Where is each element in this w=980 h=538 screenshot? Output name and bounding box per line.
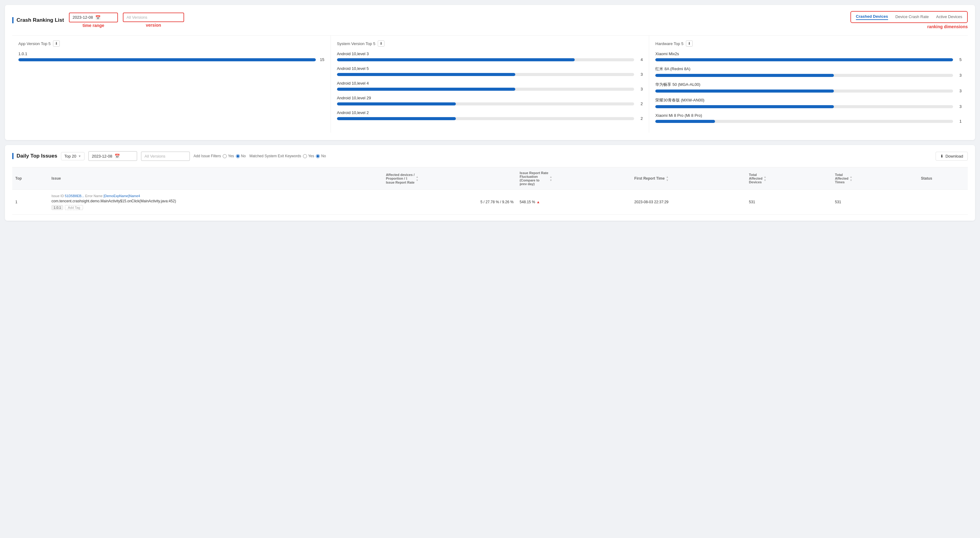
hardware-bars-container: Xiaomi Mix2s 5 红米 8A (Redmi 8A) 3 <box>655 51 962 123</box>
crash-ranking-date-input[interactable]: 2023-12-08 📅 <box>69 13 118 22</box>
add-issue-filters-label: Add Issue Filters <box>194 154 221 158</box>
hw-bar-fill-0 <box>655 58 953 61</box>
add-issue-filters-no-radio[interactable] <box>236 154 240 158</box>
dim-tab-crash-rate[interactable]: Device Crash Rate <box>896 14 929 20</box>
th-fluctuation-sort-arrows[interactable]: ▲ ▼ <box>550 176 552 182</box>
error-name-link[interactable]: [DemoExpName]Name4 <box>103 194 140 198</box>
hw-bar-label-3: 荣耀30青春版 (MXW-AN00) <box>655 97 962 103</box>
hw-bar-value-3: 3 <box>956 104 962 109</box>
daily-version-placeholder: All Versions <box>145 154 186 158</box>
matched-system-yes-label[interactable]: Yes <box>303 154 314 158</box>
th-first-report-sort: First Report Time ▲ ▼ <box>635 176 743 182</box>
sys-bar-value-0: 4 <box>636 57 643 62</box>
matched-system-label: Matched System Exit Keywords <box>249 154 301 158</box>
app-version-download-btn[interactable]: ⬇ <box>53 40 60 46</box>
download-button[interactable]: ⬇ Download <box>935 152 968 161</box>
sys-bar-item-0: Android 10,level 3 4 <box>337 51 643 62</box>
sys-bar-track-3 <box>337 102 635 105</box>
hardware-title: Hardware Top 5 <box>655 42 684 46</box>
annotation-version: version <box>146 23 161 27</box>
add-issue-filters-yes-radio[interactable] <box>223 154 227 158</box>
row-status <box>918 190 968 215</box>
th-total-affected-devices-sort: TotalAffectedDevices ▲ ▼ <box>749 173 829 184</box>
app-bar-track-0 <box>18 58 316 61</box>
th-total-affected-times-label: TotalAffectedTimes <box>835 173 849 184</box>
matched-system-no-radio[interactable] <box>316 154 320 158</box>
hw-bar-track-3 <box>655 105 953 108</box>
hw-bar-track-2 <box>655 89 953 93</box>
th-total-affected-times: TotalAffectedTimes ▲ ▼ <box>832 168 918 190</box>
crash-ranking-date-value: 2023-12-08 <box>73 15 93 20</box>
issues-table-header-row: Top Issue Affected devices /Proportion /… <box>12 168 968 190</box>
daily-version-input[interactable]: All Versions <box>141 152 190 161</box>
hw-bar-value-2: 3 <box>956 89 962 93</box>
th-total-affected-devices-sort-arrows[interactable]: ▲ ▼ <box>764 176 767 182</box>
hw-bar-value-0: 5 <box>956 57 962 62</box>
daily-issues-header: Daily Top Issues Top 20 ▼ 2023-12-08 📅 A… <box>12 151 968 161</box>
bar-charts-row: App Version Top 5 ⬇ 1.0.1 15 System V <box>12 35 968 133</box>
hardware-panel: Hardware Top 5 ⬇ Xiaomi Mix2s 5 红米 8A (R… <box>649 35 968 133</box>
hardware-download-btn[interactable]: ⬇ <box>686 40 693 46</box>
add-issue-filters-no-text: No <box>241 154 246 158</box>
crash-ranking-header: Crash Ranking List 2023-12-08 📅 time ran… <box>12 11 968 29</box>
row-proportion: 5 / 27.78 % / 9.26 % <box>383 190 517 215</box>
hw-bar-fill-3 <box>655 105 834 108</box>
dim-tab-crashed-devices[interactable]: Crashed Devices <box>856 14 888 20</box>
add-issue-filters-no-label[interactable]: No <box>236 154 246 158</box>
sys-bar-track-1 <box>337 73 635 76</box>
proportion-info-icon[interactable]: ℹ <box>406 177 407 180</box>
sys-bar-label-2: Android 10,level 4 <box>337 81 643 86</box>
crash-ranking-version-input[interactable]: All Versions <box>123 13 184 22</box>
app-bar-item-0: 1.0.1 15 <box>18 51 325 62</box>
daily-date-input[interactable]: 2023-12-08 📅 <box>88 151 137 161</box>
ranking-dimensions-box: Crashed Devices Device Crash Rate Active… <box>850 11 968 23</box>
app-bar-fill-0 <box>18 58 316 61</box>
proportion-value: 5 / 27.78 % / 9.26 % <box>386 200 514 204</box>
row-top-value: 1 <box>15 200 18 204</box>
sort-down-icon: ▼ <box>416 179 418 182</box>
daily-calendar-icon: 📅 <box>115 153 120 158</box>
th-first-report-sort-arrows[interactable]: ▲ ▼ <box>666 176 669 182</box>
sys-bar-item-2: Android 10,level 4 3 <box>337 81 643 91</box>
sys-bar-item-4: Android 10,level 2 2 <box>337 110 643 121</box>
error-name-label: Error Name <box>85 194 103 198</box>
calendar-icon: 📅 <box>95 15 100 20</box>
th-total-affected-devices-label: TotalAffectedDevices <box>749 173 762 184</box>
matched-system-group: Matched System Exit Keywords Yes No <box>249 154 326 158</box>
dim-tab-active-devices[interactable]: Active Devices <box>936 14 962 20</box>
add-tag-button[interactable]: Add Tag <box>65 205 83 210</box>
add-issue-filters-yes-label[interactable]: Yes <box>223 154 234 158</box>
matched-system-no-label[interactable]: No <box>316 154 326 158</box>
issues-table: Top Issue Affected devices /Proportion /… <box>12 167 968 215</box>
th-proportion-sort-arrows[interactable]: ▲ ▼ <box>416 176 418 182</box>
th-total-affected-times-sort-arrows[interactable]: ▲ ▼ <box>850 176 853 182</box>
top-n-dropdown[interactable]: Top 20 ▼ <box>61 152 84 160</box>
fluctuation-value: 548.15 % ▲ <box>520 200 628 204</box>
row-issue: Issue ID 51D5B8EB... Error Name [DemoExp… <box>48 190 383 215</box>
version-tag: 1.0.1 <box>51 205 63 210</box>
sys-bar-row-1: 3 <box>337 72 643 77</box>
fluct-sort-up-icon: ▲ <box>550 176 552 179</box>
annotation-time-range: time range <box>83 23 105 28</box>
app-version-panel: App Version Top 5 ⬇ 1.0.1 15 <box>12 35 331 133</box>
system-version-panel: System Version Top 5 ⬇ Android 10,level … <box>331 35 649 133</box>
table-row: 1 Issue ID 51D5B8EB... Error Name [DemoE… <box>12 190 968 215</box>
row-first-report-time: 2023-08-03 22:37:29 <box>632 190 746 215</box>
daily-issues-section: Daily Top Issues Top 20 ▼ 2023-12-08 📅 A… <box>5 145 975 221</box>
matched-system-yes-radio[interactable] <box>303 154 307 158</box>
hw-bar-fill-1 <box>655 74 834 77</box>
issue-id-link[interactable]: 51D5B8EB... <box>65 194 84 198</box>
annotation-ranking-dims: ranking dimensions <box>927 24 968 29</box>
sys-bar-fill-0 <box>337 58 575 61</box>
sys-bar-fill-1 <box>337 73 515 76</box>
hw-bar-label-4: Xiaomi Mi 8 Pro (Mi 8 Pro) <box>655 113 962 118</box>
total-devices-sort-down: ▼ <box>764 179 767 182</box>
app-bar-label-0: 1.0.1 <box>18 51 325 56</box>
system-version-download-btn[interactable]: ⬇ <box>378 40 385 46</box>
total-devices-sort-up: ▲ <box>764 176 767 179</box>
th-proportion-label: Affected devices /Proportion / ℹIssue Re… <box>386 173 415 184</box>
sys-bar-label-4: Android 10,level 2 <box>337 110 643 115</box>
system-bars-container: Android 10,level 3 4 Android 10,level 5 … <box>337 51 643 121</box>
hardware-panel-header: Hardware Top 5 ⬇ <box>655 40 962 46</box>
th-issue: Issue <box>48 168 383 190</box>
